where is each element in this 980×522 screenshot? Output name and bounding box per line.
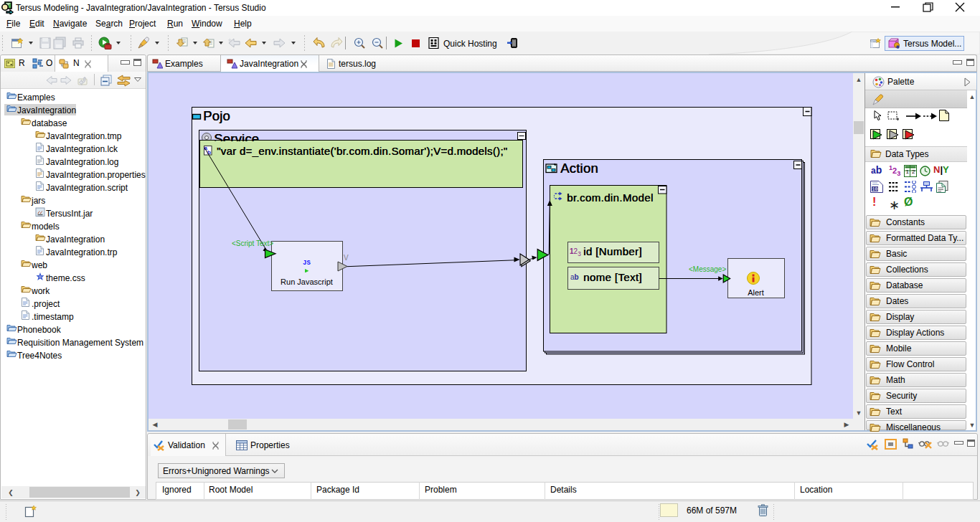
svg-text:1: 1 [906, 169, 910, 175]
svg-text:2: 2 [912, 169, 915, 175]
svg-text:b: b [207, 149, 211, 156]
svg-text:101: 101 [872, 187, 881, 192]
